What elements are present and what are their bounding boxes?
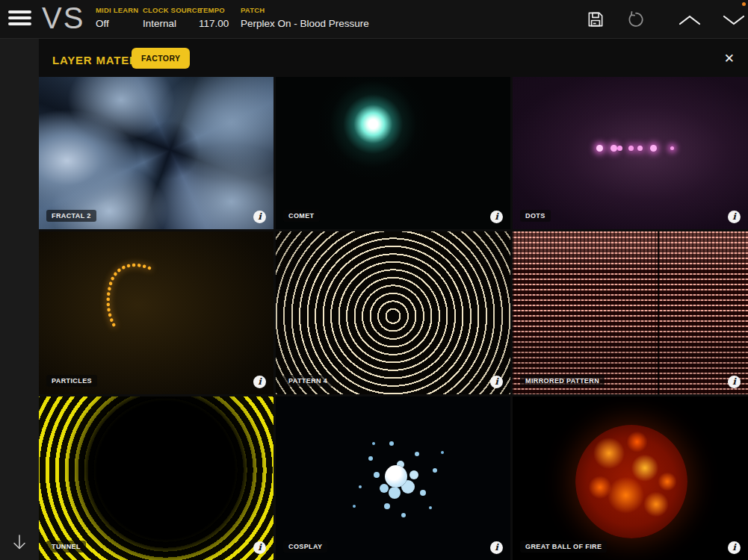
top-bar: VS MIDI LEARN Off CLOCK SOURCE Internal … [0,0,748,39]
midi-learn-label: MIDI LEARN [96,6,138,14]
material-name: MIRRORED PATTERN [520,375,605,387]
info-icon[interactable]: i [728,211,741,223]
undo-button[interactable] [626,10,646,29]
material-tile-great-ball-of-fire[interactable]: GREAT BALL OF FIRE i [513,396,748,560]
patch-value: Perplex On - Blood Pressure [241,18,369,29]
material-tile-cosplay[interactable]: COSPLAY i [276,396,510,560]
material-name: COSPLAY [283,541,327,553]
menu-bar [8,16,31,19]
material-tile-tunnel[interactable]: TUNNEL i [39,396,273,560]
info-icon[interactable]: i [253,376,266,388]
material-tile-dots[interactable]: DOTS i [513,77,748,229]
material-name: COMET [283,210,320,222]
material-tile-mirrored-pattern[interactable]: MIRRORED PATTERN i [513,231,748,394]
material-tile-pattern-4[interactable]: PATTERN 4 i [276,231,510,394]
factory-bank-button[interactable]: FACTORY [132,48,190,69]
scroll-down-button[interactable] [10,533,28,553]
material-tile-comet[interactable]: COMET i [276,77,510,229]
menu-bar [8,22,31,25]
info-icon[interactable]: i [253,211,266,223]
down-arrow-icon [10,533,28,553]
glow-dots-graphic [596,145,603,152]
fireball-graphic [575,425,687,538]
midi-learn-value: Off [96,18,109,29]
clock-source-label: CLOCK SOURCE [143,6,202,14]
material-grid: FRACTAL 2 i COMET i DOTS i PARTICLES i P… [39,77,748,560]
material-name: GREAT BALL OF FIRE [520,541,607,553]
layer-material-panel: LAYER MATERIAL FACTORY ✕ FRACTAL 2 i COM… [39,39,748,560]
save-icon [586,10,605,29]
left-sidebar [0,39,39,560]
info-icon[interactable]: i [253,541,266,554]
menu-icon[interactable] [8,10,31,28]
chevron-down-icon [721,13,747,28]
undo-icon [626,10,646,29]
app-logo: VS [42,1,84,35]
dot-cluster-graphic [385,465,407,488]
material-name: PARTICLES [46,375,97,387]
material-name: FRACTAL 2 [46,210,96,222]
material-name: DOTS [520,210,551,222]
material-name: PATTERN 4 [283,375,333,387]
info-icon[interactable]: i [490,541,503,554]
info-icon[interactable]: i [728,541,741,554]
menu-bar [8,10,31,13]
info-icon[interactable]: i [490,376,503,388]
material-name: TUNNEL [46,541,86,553]
layer-down-button[interactable] [721,13,747,28]
info-icon[interactable]: i [490,211,503,223]
particle-arc-graphic [39,231,273,394]
save-button[interactable] [586,10,605,29]
notification-dot [742,2,746,6]
tempo-value: 117.00 [199,18,229,29]
chevron-up-icon [677,13,702,28]
material-tile-fractal-2[interactable]: FRACTAL 2 i [39,77,273,229]
material-tile-particles[interactable]: PARTICLES i [39,231,273,394]
layer-up-button[interactable] [677,13,702,28]
tempo-label: TEMPO [199,6,225,14]
close-icon[interactable]: ✕ [724,51,735,66]
patch-label: PATCH [241,6,265,14]
info-icon[interactable]: i [728,376,741,388]
clock-source-value: Internal [143,18,176,29]
